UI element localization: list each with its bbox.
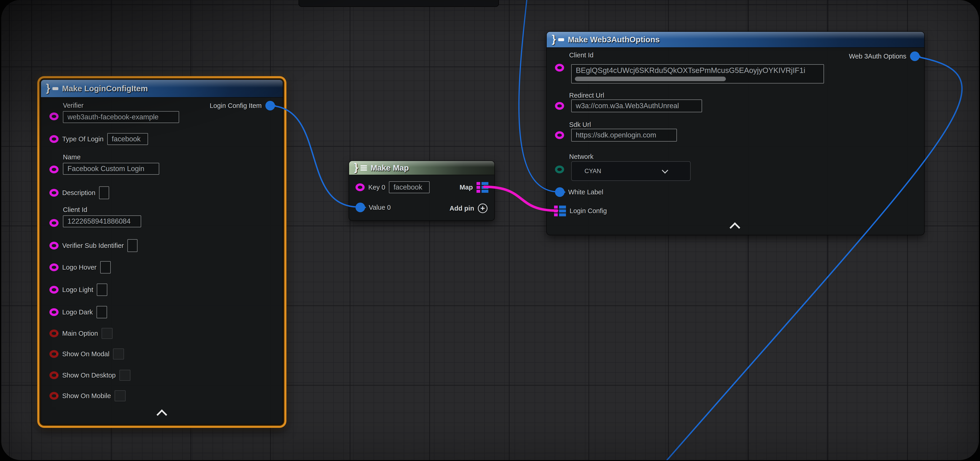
string-pin-sdk-url[interactable]: [555, 131, 564, 139]
bool-pin-show-on-mobile[interactable]: [49, 392, 59, 400]
field-label-value0: Value 0: [369, 204, 391, 211]
map-output-pin[interactable]: [477, 182, 488, 193]
field-label-sdk-url: Sdk Url: [569, 121, 591, 129]
string-pin-client-id[interactable]: [555, 64, 564, 72]
sdk-url-input[interactable]: https://sdk.openlogin.com: [571, 129, 677, 141]
string-pin-redirect-url[interactable]: [555, 102, 564, 110]
type-of-login-input[interactable]: facebook: [107, 133, 148, 145]
string-pin-key0[interactable]: [355, 183, 364, 191]
main-option-checkbox[interactable]: [102, 328, 113, 339]
bool-pin-show-on-modal[interactable]: [49, 350, 59, 358]
field-label-verifier-sub-identifier: Verifier Sub Identifier: [62, 242, 124, 250]
make-map-icon: }: [354, 161, 358, 173]
node-make-loginconfigitem[interactable]: } Make LoginConfigItem Login Config Item…: [40, 79, 283, 424]
struct-pin-value0[interactable]: [355, 203, 365, 212]
output-pin-label: Web 3Auth Options: [849, 52, 906, 60]
node-title: Make LoginConfigItem: [62, 84, 148, 93]
logo-dark-input[interactable]: [97, 306, 107, 318]
network-dropdown[interactable]: CYAN: [571, 161, 690, 181]
field-label-key0: Key 0: [368, 184, 385, 191]
chevron-down-icon: [662, 167, 668, 173]
string-pin-logo-light[interactable]: [49, 286, 59, 294]
string-pin-verifier[interactable]: [49, 113, 59, 120]
map-pin-login-config[interactable]: [554, 205, 566, 216]
show-on-mobile-checkbox[interactable]: [115, 390, 126, 401]
string-pin-type-of-login[interactable]: [49, 135, 59, 143]
client-id-input[interactable]: 1222658941886084: [63, 215, 141, 227]
field-label-client-id: Client Id: [569, 51, 593, 59]
add-pin-icon[interactable]: +: [478, 203, 487, 213]
make-map-icon-lines: [361, 165, 367, 170]
make-struct-icon: }: [552, 33, 556, 45]
field-label-show-on-desktop: Show On Desktop: [62, 372, 116, 379]
field-label-description: Description: [62, 189, 95, 197]
struct-pin-white-label[interactable]: [555, 187, 565, 197]
network-dropdown-value: CYAN: [572, 168, 601, 175]
string-pin-client-id[interactable]: [49, 219, 59, 227]
struct-output-pin-web3auth-options[interactable]: [910, 51, 920, 61]
key0-input[interactable]: facebook: [389, 181, 430, 193]
output-pin-label: Login Config Item: [210, 102, 262, 110]
offscreen-node[interactable]: [299, 0, 499, 7]
field-label-white-label: White Label: [568, 188, 603, 196]
enum-pin-network[interactable]: [555, 165, 564, 173]
string-pin-verifier-sub-identifier[interactable]: [49, 242, 59, 250]
field-label-logo-dark: Logo Dark: [62, 308, 93, 316]
struct-output-pin[interactable]: [266, 101, 275, 110]
field-label-network: Network: [569, 153, 593, 161]
blueprint-editor: } Make LoginConfigItem Login Config Item…: [0, 0, 980, 461]
output-row-login-config-item: Login Config Item: [210, 101, 275, 110]
bool-pin-show-on-desktop[interactable]: [49, 371, 59, 379]
make-struct-icon-pill: [52, 87, 58, 90]
field-label-main-option: Main Option: [62, 330, 98, 337]
description-input[interactable]: [99, 186, 109, 199]
collapse-node-chevron-icon[interactable]: [156, 409, 167, 420]
field-label-name: Name: [63, 153, 159, 161]
field-label-show-on-mobile: Show On Mobile: [62, 392, 111, 400]
collapse-node-chevron-icon[interactable]: [730, 222, 740, 233]
field-label-type-of-login: Type Of Login: [62, 135, 103, 143]
verifier-sub-identifier-input[interactable]: [127, 239, 137, 252]
bool-pin-main-option[interactable]: [49, 329, 59, 337]
node-title: Make Map: [371, 163, 409, 172]
name-input[interactable]: Facebook Custom Login: [63, 163, 159, 175]
make-struct-icon-pill: [558, 38, 564, 41]
node-make-map[interactable]: } Make Map Key 0 facebook Map Value 0 Ad…: [348, 161, 495, 221]
string-pin-name[interactable]: [49, 165, 59, 173]
node-make-web3authoptions[interactable]: } Make Web3AuthOptions Web 3Auth Options…: [546, 31, 924, 235]
logo-hover-input[interactable]: [100, 261, 111, 273]
string-pin-logo-hover[interactable]: [49, 264, 59, 271]
field-label-login-config: Login Config: [570, 207, 607, 215]
output-pin-label-map: Map: [460, 184, 473, 191]
add-pin-label: Add pin: [450, 205, 474, 212]
redirect-url-input[interactable]: w3a://com.w3a.Web3AuthUnreal: [571, 100, 702, 112]
blueprint-graph-canvas[interactable]: } Make LoginConfigItem Login Config Item…: [1, 0, 979, 460]
field-label-show-on-modal: Show On Modal: [62, 350, 109, 358]
show-on-modal-checkbox[interactable]: [113, 348, 124, 359]
node-header[interactable]: } Make Map: [349, 161, 494, 175]
field-label-client-id: Client Id: [63, 206, 141, 214]
make-struct-icon: }: [46, 82, 50, 94]
string-pin-description[interactable]: [49, 189, 59, 197]
logo-light-input[interactable]: [97, 283, 107, 296]
field-label-verifier: Verifier: [63, 102, 179, 109]
node-header[interactable]: } Make Web3AuthOptions: [547, 32, 924, 48]
field-label-redirect-url: Redirect Url: [569, 92, 604, 99]
field-label-logo-light: Logo Light: [62, 286, 93, 294]
node-title: Make Web3AuthOptions: [568, 35, 660, 44]
show-on-desktop-checkbox[interactable]: [119, 370, 130, 381]
field-label-logo-hover: Logo Hover: [62, 264, 97, 271]
client-id-input-scrollbar[interactable]: [575, 76, 726, 81]
node-header[interactable]: } Make LoginConfigItem: [41, 80, 283, 98]
string-pin-logo-dark[interactable]: [49, 308, 59, 316]
verifier-input[interactable]: web3auth-facebook-example: [63, 111, 179, 123]
